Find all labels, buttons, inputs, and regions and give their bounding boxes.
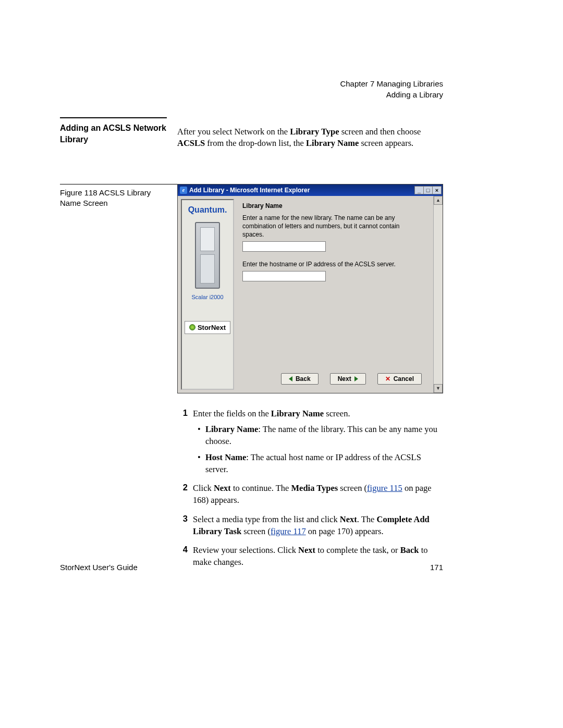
model-label: Scalar i2000 — [191, 294, 223, 300]
form-title: Library Name — [236, 199, 431, 213]
step-2: 2 Click Next to continue. The Media Type… — [177, 483, 443, 507]
arrow-left-icon — [289, 376, 292, 381]
hostname-input[interactable] — [242, 271, 326, 281]
link-figure-117[interactable]: figure 117 — [271, 526, 306, 536]
maximize-button[interactable]: □ — [423, 186, 433, 194]
back-button[interactable]: Back — [281, 373, 319, 385]
scrollbar[interactable]: ▲ ▼ — [433, 196, 443, 393]
brand-label: Quantum. — [188, 205, 227, 215]
cancel-button[interactable]: ✕ Cancel — [377, 373, 422, 385]
x-icon: ✕ — [385, 375, 390, 382]
stornext-badge: StorNext — [185, 321, 230, 334]
minimize-button[interactable]: _ — [414, 186, 424, 194]
chapter-label: Chapter 7 Managing Libraries — [340, 78, 443, 89]
step-list: 1 Enter the fields on the Library Name s… — [177, 408, 443, 569]
link-figure-115[interactable]: figure 115 — [367, 483, 402, 493]
section-heading: Adding an ACSLS Network Library — [60, 117, 167, 145]
intro-paragraph: After you select Network on the Library … — [177, 126, 443, 150]
section-label: Adding a Library — [340, 89, 443, 100]
form-pane: Library Name Enter a name for the new li… — [236, 199, 431, 390]
page-header: Chapter 7 Managing Libraries Adding a Li… — [340, 78, 443, 100]
step-1: 1 Enter the fields on the Library Name s… — [177, 408, 443, 476]
figure-caption: Figure 118 ACSLS Library Name Screen — [60, 184, 177, 209]
step-3: 3 Select a media type from the list and … — [177, 514, 443, 538]
form-desc-1: Enter a name for the new library. The na… — [236, 213, 431, 239]
close-button[interactable]: × — [432, 186, 442, 194]
library-name-input[interactable] — [242, 241, 326, 252]
footer-title: StorNext User's Guide — [60, 563, 138, 572]
next-button[interactable]: Next — [330, 373, 366, 385]
page-number: 171 — [430, 563, 443, 572]
library-image — [195, 222, 220, 289]
window-titlebar: e Add Library - Microsoft Internet Explo… — [178, 184, 443, 196]
bullet-host-name: • Host Name: The actual host name or IP … — [193, 452, 443, 476]
page-footer: StorNext User's Guide 171 — [60, 563, 443, 572]
globe-icon — [189, 324, 195, 330]
ie-icon: e — [180, 187, 187, 194]
form-desc-2: Enter the hostname or IP address of the … — [236, 259, 431, 268]
sidebar: Quantum. Scalar i2000 StorNext — [181, 199, 234, 390]
scroll-up-icon[interactable]: ▲ — [434, 196, 443, 205]
window-title: Add Library - Microsoft Internet Explore… — [189, 187, 415, 194]
scroll-down-icon[interactable]: ▼ — [434, 384, 443, 393]
bullet-library-name: • Library Name: The name of the library.… — [193, 424, 443, 448]
screenshot-window: e Add Library - Microsoft Internet Explo… — [177, 184, 443, 393]
arrow-right-icon — [354, 376, 358, 381]
